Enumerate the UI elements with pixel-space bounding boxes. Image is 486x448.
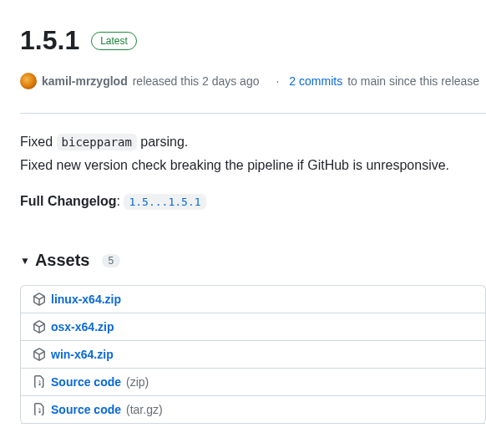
- commits-link[interactable]: 2 commits: [289, 74, 342, 88]
- asset-link[interactable]: linux-x64.zip: [51, 293, 121, 306]
- asset-suffix: (tar.gz): [126, 403, 163, 416]
- asset-link[interactable]: Source code: [51, 375, 121, 389]
- commits-tail: to main since this release: [347, 74, 479, 88]
- release-meta: kamil-mrzyglod released this 2 days ago …: [20, 73, 486, 89]
- asset-link[interactable]: Source code: [51, 403, 121, 416]
- asset-link[interactable]: osx-x64.zip: [51, 320, 114, 333]
- assets-title: Assets: [35, 251, 90, 270]
- divider: [20, 113, 486, 114]
- file-zip-icon: [33, 403, 46, 416]
- changelog-label: Full Changelog: [20, 194, 117, 208]
- asset-suffix: (zip): [126, 375, 149, 389]
- assets-toggle[interactable]: ▼ Assets: [20, 251, 90, 270]
- asset-row: win-x64.zip: [21, 341, 485, 369]
- assets-list: linux-x64.ziposx-x64.zipwin-x64.zipSourc…: [20, 285, 486, 424]
- separator-dot: ·: [276, 74, 279, 88]
- released-time-text: released this 2 days ago: [133, 74, 260, 88]
- release-body: Fixed bicepparam parsing. Fixed new vers…: [20, 132, 486, 176]
- code-inline: bicepparam: [57, 134, 137, 150]
- latest-badge: Latest: [91, 32, 137, 50]
- asset-row: osx-x64.zip: [21, 313, 485, 341]
- caret-down-icon: ▼: [20, 255, 30, 267]
- author-link[interactable]: kamil-mrzyglod: [42, 74, 128, 88]
- asset-row: linux-x64.zip: [21, 286, 485, 313]
- body-text: parsing.: [137, 135, 188, 149]
- assets-count-badge: 5: [102, 254, 121, 267]
- asset-row: Source code (tar.gz): [21, 396, 485, 424]
- package-icon: [33, 320, 46, 333]
- package-icon: [33, 348, 46, 361]
- asset-link[interactable]: win-x64.zip: [51, 348, 114, 361]
- body-text: Fixed new version check breaking the pip…: [20, 155, 486, 176]
- compare-link[interactable]: 1.5...1.5.1: [124, 194, 205, 210]
- full-changelog: Full Changelog: 1.5...1.5.1: [20, 194, 486, 209]
- file-zip-icon: [33, 375, 46, 389]
- release-title[interactable]: 1.5.1: [20, 25, 79, 56]
- package-icon: [33, 293, 46, 306]
- avatar[interactable]: [20, 73, 37, 89]
- asset-row: Source code (zip): [21, 369, 485, 396]
- body-text: Fixed: [20, 135, 57, 149]
